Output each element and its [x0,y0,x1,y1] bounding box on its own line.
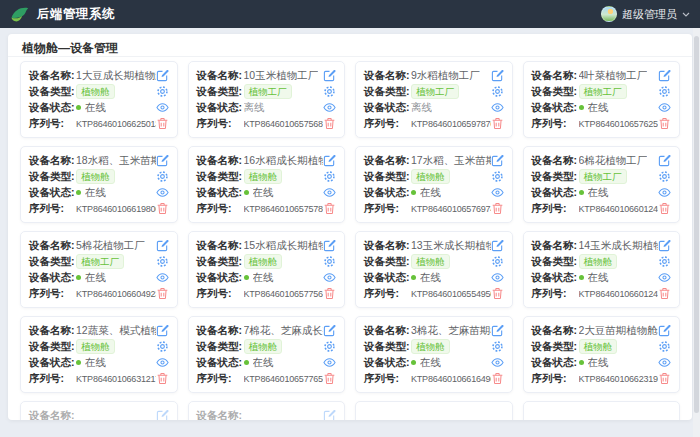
gear-icon[interactable] [491,255,504,268]
device-name-label: 设备名称: [29,239,76,253]
trash-icon[interactable] [323,202,336,215]
serial-label: 序列号: [29,287,76,301]
edit-icon[interactable] [491,69,504,82]
eye-icon[interactable] [156,186,169,199]
eye-icon[interactable] [156,271,169,284]
device-status-row: 设备状态: 在线 [29,355,169,370]
eye-icon[interactable] [323,101,336,114]
gear-icon[interactable] [156,85,169,98]
user-menu[interactable]: 超级管理员 [601,6,690,22]
device-status-label: 设备状态: [29,271,76,285]
eye-icon[interactable] [658,186,671,199]
trash-icon[interactable] [658,372,671,385]
edit-icon[interactable] [323,239,336,252]
trash-icon[interactable] [491,202,504,215]
edit-icon[interactable] [156,239,169,252]
eye-icon[interactable] [658,356,671,369]
trash-icon[interactable] [156,202,169,215]
trash-icon[interactable] [658,202,671,215]
gear-icon[interactable] [491,170,504,183]
edit-icon[interactable] [491,154,504,167]
gear-icon[interactable] [323,340,336,353]
trash-icon[interactable] [323,372,336,385]
eye-icon[interactable] [491,271,504,284]
serial-value: KTP864601065776569 [244,374,324,384]
edit-icon[interactable] [658,239,671,252]
gear-icon[interactable] [491,340,504,353]
gear-icon[interactable] [323,85,336,98]
trash-icon[interactable] [658,287,671,300]
serial-value: KTP864601066312174 [76,374,156,384]
edit-icon[interactable] [491,239,504,252]
device-type-badge: 植物工厂 [76,254,124,269]
device-type-label: 设备类型: [364,340,411,354]
trash-icon[interactable] [323,117,336,130]
device-card: 设备名称: 15水稻成长期植物舱A 设备类型: 植物舱 设备状态: 在 [188,231,346,308]
edit-icon[interactable] [323,409,336,420]
trash-icon[interactable] [491,372,504,385]
edit-icon[interactable] [323,324,336,337]
online-dot [76,275,81,280]
device-status-row: 设备状态: 离线 [364,100,504,115]
eye-icon[interactable] [491,186,504,199]
gear-icon[interactable] [658,170,671,183]
gear-icon[interactable] [658,340,671,353]
gear-icon[interactable] [156,170,169,183]
edit-icon[interactable] [156,69,169,82]
eye-icon[interactable] [658,271,671,284]
trash-icon[interactable] [156,372,169,385]
edit-icon[interactable] [156,154,169,167]
edit-icon[interactable] [156,409,169,420]
edit-icon[interactable] [323,154,336,167]
edit-icon[interactable] [658,324,671,337]
scrollbar-thumb[interactable] [694,36,699,413]
serial-value: KTP864601065769747 [411,204,491,214]
device-name-value: 2大豆苗期植物舱 [579,324,658,338]
gear-icon[interactable] [323,255,336,268]
gear-icon[interactable] [491,85,504,98]
trash-icon[interactable] [491,287,504,300]
device-card: 设备名称: 7棉花、芝麻成长期植… 设备类型: 植物舱 设备状态: 在 [188,316,346,393]
device-status-value: 在线 [85,271,106,285]
device-type-label: 设备类型: [29,340,76,354]
device-status-row: 设备状态: 离线 [197,100,337,115]
eye-icon[interactable] [156,356,169,369]
device-type-row: 设备类型: 植物舱 [364,254,504,269]
device-type-label: 设备类型: [197,170,244,184]
device-name-label: 设备名称: [197,324,244,338]
device-status-value: 在线 [420,186,441,200]
device-name-value: 5棉花植物工厂 [76,239,145,253]
trash-icon[interactable] [156,287,169,300]
trash-icon[interactable] [491,117,504,130]
online-dot [76,190,81,195]
edit-icon[interactable] [658,154,671,167]
serial-value: KTP864601065756876 [244,119,324,129]
edit-icon[interactable] [491,324,504,337]
device-status-row: 设备状态: 在线 [532,355,672,370]
gear-icon[interactable] [156,255,169,268]
device-type-label: 设备类型: [532,170,579,184]
device-serial-row: 序列号: KTP864601066049230 [29,286,169,301]
eye-icon[interactable] [323,356,336,369]
eye-icon[interactable] [491,101,504,114]
edit-icon[interactable] [323,69,336,82]
eye-icon[interactable] [491,356,504,369]
trash-icon[interactable] [156,117,169,130]
gear-icon[interactable] [658,255,671,268]
eye-icon[interactable] [658,101,671,114]
eye-icon[interactable] [323,186,336,199]
trash-icon[interactable] [658,117,671,130]
device-status-label: 设备状态: [197,356,244,370]
device-name-value: 16水稻成长期植物舱B [244,154,324,168]
eye-icon[interactable] [156,101,169,114]
gear-icon[interactable] [156,340,169,353]
gear-icon[interactable] [323,170,336,183]
edit-icon[interactable] [156,324,169,337]
device-name-label: 设备名称: [364,239,411,253]
eye-icon[interactable] [323,271,336,284]
device-type-badge: 植物舱 [579,254,618,269]
edit-icon[interactable] [658,69,671,82]
trash-icon[interactable] [323,287,336,300]
gear-icon[interactable] [658,85,671,98]
device-serial-row: 序列号: KTP864601066250135 [29,116,169,131]
